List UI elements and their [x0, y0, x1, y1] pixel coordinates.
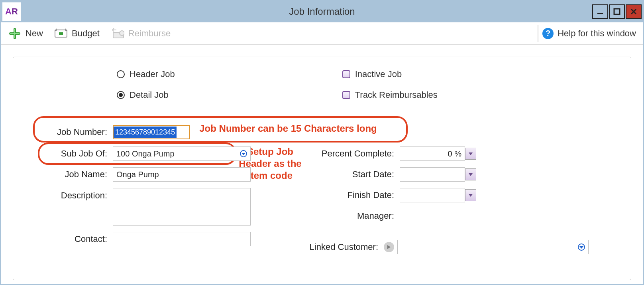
job-type-radio-group: Header Job Detail Job — [117, 69, 175, 100]
job-name-label: Job Name: — [37, 169, 113, 180]
manager-label: Manager: — [296, 211, 400, 221]
sub-job-of-combo[interactable]: 100 Onga Pump — [113, 146, 251, 161]
sub-job-of-value: 100 Onga Pump — [116, 149, 239, 158]
content-panel: Job Number can be 15 Characters long Set… — [13, 57, 631, 280]
content-outer: Job Number can be 15 Characters long Set… — [1, 45, 643, 280]
header-job-radio[interactable]: Header Job — [117, 69, 175, 79]
new-label: New — [26, 28, 43, 39]
start-date-input[interactable] — [400, 167, 465, 182]
detail-job-radio[interactable]: Detail Job — [117, 90, 175, 100]
help-link[interactable]: ? Help for this window — [538, 25, 636, 42]
job-flags-group: Inactive Job Track Reimbursables — [342, 69, 438, 100]
svg-rect-1 — [614, 9, 620, 14]
manager-input[interactable] — [400, 209, 543, 223]
toolbar-divider — [538, 25, 538, 42]
titlebar: AR Job Information — [1, 1, 643, 22]
reimburse-button: Reimburse — [111, 28, 171, 40]
job-number-value: 123456789012345 — [114, 127, 177, 138]
maximize-button[interactable] — [609, 4, 625, 19]
job-number-input[interactable]: 123456789012345 — [113, 125, 190, 139]
start-date-label: Start Date: — [296, 169, 400, 180]
finish-date-input[interactable] — [400, 188, 465, 202]
linked-customer-nav-icon[interactable] — [384, 242, 394, 252]
job-number-row: Job Number: 123456789012345 — [37, 125, 296, 139]
job-name-row: Job Name: — [37, 167, 296, 182]
linked-customer-label: Linked Customer: — [296, 242, 384, 252]
track-reimbursables-label: Track Reimbursables — [355, 90, 438, 100]
job-number-label: Job Number: — [37, 127, 113, 137]
toolbar: New Budget Reimburse ? Help for this win… — [1, 22, 643, 45]
inactive-job-label: Inactive Job — [355, 69, 402, 79]
budget-icon — [54, 28, 68, 40]
job-name-input[interactable] — [113, 167, 251, 182]
manager-row: Manager: — [296, 209, 599, 223]
percent-complete-input[interactable] — [400, 146, 465, 161]
percent-complete-row: Percent Complete: — [296, 146, 599, 161]
plus-icon — [8, 28, 22, 40]
dropdown-icon[interactable] — [239, 149, 248, 158]
job-options: Header Job Detail Job Inactive Job Track… — [117, 69, 607, 100]
finish-date-label: Finish Date: — [296, 190, 400, 200]
reimburse-label: Reimburse — [128, 28, 171, 39]
finish-date-picker[interactable] — [465, 189, 476, 201]
description-input[interactable] — [113, 188, 251, 226]
new-button[interactable]: New — [8, 28, 43, 40]
help-icon: ? — [542, 28, 554, 39]
svg-point-5 — [120, 31, 124, 36]
track-reimbursables-checkbox[interactable]: Track Reimbursables — [342, 90, 438, 100]
start-date-row: Start Date: — [296, 167, 599, 182]
contact-row: Contact: — [37, 232, 296, 246]
sub-job-of-label: Sub Job Of: — [37, 148, 113, 159]
linked-customer-combo[interactable] — [397, 240, 589, 254]
percent-complete-picker[interactable] — [465, 148, 476, 160]
checkbox-icon — [342, 70, 350, 78]
checkbox-icon — [342, 91, 350, 99]
contact-input[interactable] — [113, 232, 251, 246]
dropdown-icon[interactable] — [577, 243, 586, 251]
header-job-label: Header Job — [130, 69, 175, 79]
budget-label: Budget — [72, 28, 100, 39]
inactive-job-checkbox[interactable]: Inactive Job — [342, 69, 438, 79]
app-icon: AR — [2, 2, 21, 21]
contact-label: Contact: — [37, 234, 113, 244]
reimburse-icon — [111, 28, 124, 40]
radio-icon — [117, 91, 125, 99]
svg-rect-0 — [597, 13, 603, 14]
radio-icon — [117, 70, 125, 78]
window-controls — [592, 4, 643, 19]
close-button[interactable] — [626, 4, 642, 19]
description-label: Description: — [37, 188, 113, 201]
start-date-picker[interactable] — [465, 168, 476, 180]
help-label: Help for this window — [558, 28, 636, 39]
detail-job-label: Detail Job — [130, 90, 169, 100]
sub-job-of-row: Sub Job Of: 100 Onga Pump — [37, 146, 296, 161]
finish-date-row: Finish Date: — [296, 188, 599, 202]
budget-button[interactable]: Budget — [54, 28, 100, 40]
svg-rect-3 — [59, 32, 63, 35]
description-row: Description: — [37, 188, 296, 226]
minimize-button[interactable] — [592, 4, 608, 19]
window-title: Job Information — [1, 6, 643, 17]
form-right-column: Percent Complete: Start Date: Finish Dat… — [296, 125, 599, 261]
linked-customer-row: Linked Customer: — [296, 240, 599, 254]
percent-complete-label: Percent Complete: — [296, 148, 400, 159]
